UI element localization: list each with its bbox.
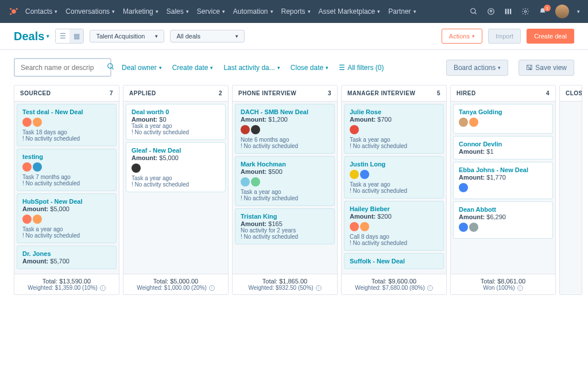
avatar-icon	[131, 164, 141, 173]
deal-card[interactable]: Tristan KingAmount: $165No activity for …	[235, 208, 335, 244]
deal-title: HubSpot - New Deal	[22, 198, 111, 205]
deal-card[interactable]: Tanya Golding	[453, 104, 553, 134]
deal-meta: Task a year ago	[350, 181, 438, 188]
create-deal-button[interactable]: Create deal	[527, 29, 574, 44]
deal-filter-select[interactable]: All deals▾	[170, 30, 245, 42]
deal-card[interactable]: Julie RoseAmount: $700Task a year ago! N…	[344, 104, 444, 154]
svg-point-3	[10, 13, 11, 15]
search-input[interactable]	[21, 64, 107, 72]
avatar-icon	[459, 183, 468, 192]
deal-card[interactable]: HubSpot - New DealAmount: $5,000Task a y…	[17, 193, 117, 243]
nav-item-asset-marketplace[interactable]: Asset Marketplace ▾	[319, 7, 381, 15]
deal-title: Test deal - New Deal	[22, 108, 111, 115]
card-list: Tanya GoldingConnor DevlinAmount: $1Ebba…	[451, 102, 555, 274]
deal-card[interactable]: Connor DevlinAmount: $1	[453, 136, 553, 160]
column-manager-interview: MANAGER INTERVIEW5Julie RoseAmount: $700…	[341, 85, 447, 295]
marketplace-icon[interactable]	[504, 7, 513, 16]
deal-avatars	[241, 125, 329, 134]
deal-avatars	[350, 222, 438, 231]
deal-meta: Task a year ago	[22, 226, 111, 232]
svg-point-2	[10, 8, 11, 10]
card-list: Deal worth 0Amount: $0Task a year ago! N…	[123, 102, 228, 274]
pipeline-select-label: Talent Acquisition	[96, 33, 145, 40]
deal-owner-filter[interactable]: Deal owner▾	[122, 64, 162, 72]
info-icon[interactable]: i	[517, 285, 523, 291]
deal-warning: ! No activity scheduled	[350, 240, 438, 246]
page-title[interactable]: Deals ▾	[14, 30, 49, 43]
deal-title: testing	[22, 153, 111, 160]
close-date-filter[interactable]: Close date▾	[291, 64, 328, 72]
avatar-icon	[22, 162, 32, 172]
deal-amount: Amount: $1,200	[241, 116, 329, 123]
view-toggle: ☰ ▦	[55, 29, 84, 44]
deal-avatars	[131, 164, 220, 173]
search-icon[interactable]	[469, 7, 478, 16]
filter-bar: Deal owner▾ Create date▾ Last activity d…	[0, 50, 588, 85]
deal-title: Ebba Johns - New Deal	[459, 166, 547, 173]
board-wrap: SOURCED7Test deal - New DealTask 18 days…	[0, 85, 588, 318]
nav-item-contacts[interactable]: Contacts ▾	[25, 7, 57, 15]
deal-card[interactable]: DACH - SMB New DealAmount: $1,200Note 6 …	[235, 104, 335, 154]
search-icon[interactable]	[107, 63, 115, 72]
deal-amount: Amount: $5,000	[131, 154, 220, 161]
deal-card[interactable]: Dean AbbottAmount: $6,290	[453, 201, 553, 239]
notifications-icon[interactable]: 1	[538, 7, 547, 16]
deal-avatars	[22, 162, 111, 172]
deal-card[interactable]: Suffolk - New Deal	[344, 253, 444, 269]
deal-title: Mark Hochman	[241, 161, 329, 168]
deal-card[interactable]: Gleaf - New DealAmount: $5,000Task a yea…	[126, 142, 226, 192]
avatar-icon	[241, 177, 250, 186]
info-icon[interactable]: i	[209, 285, 215, 291]
create-date-filter[interactable]: Create date▾	[172, 64, 214, 72]
avatar-icon	[350, 125, 359, 134]
deal-title: Suffolk - New Deal	[350, 258, 438, 265]
deal-card[interactable]: Dr. JonesAmount: $5,700	[17, 246, 117, 269]
svg-rect-9	[508, 9, 509, 14]
deal-title: Connor Devlin	[459, 141, 547, 147]
user-avatar[interactable]	[555, 5, 569, 18]
import-button[interactable]: Import	[488, 29, 521, 44]
card-list: Julie RoseAmount: $700Task a year ago! N…	[342, 102, 446, 274]
deal-card[interactable]: testingTask 7 months ago! No activity sc…	[17, 149, 117, 191]
deal-meta: Task 18 days ago	[22, 129, 111, 135]
column-header: HIRED4	[451, 85, 555, 102]
info-icon[interactable]: i	[316, 285, 322, 291]
deal-card[interactable]: Test deal - New DealTask 18 days ago! No…	[17, 104, 117, 146]
hubspot-logo-icon[interactable]	[8, 6, 20, 17]
last-activity-filter[interactable]: Last activity da...▾	[223, 64, 280, 72]
nav-item-marketing[interactable]: Marketing ▾	[123, 7, 158, 15]
column-footer: Total: $9,600.00Weighted: $7,680.00 (80%…	[342, 274, 446, 294]
deal-card[interactable]: Justin LongTask a year ago! No activity …	[344, 156, 444, 199]
nav-item-sales[interactable]: Sales ▾	[167, 7, 189, 15]
deal-card[interactable]: Hailey BieberAmount: $200Call 8 days ago…	[344, 201, 444, 251]
save-view-button[interactable]: 🖫 Save view	[519, 60, 574, 76]
nav-item-partner[interactable]: Partner ▾	[388, 7, 416, 15]
nav-item-reports[interactable]: Reports ▾	[281, 7, 311, 15]
deal-title: Gleaf - New Deal	[131, 147, 220, 154]
avatar-icon	[350, 222, 359, 231]
chevron-down-icon[interactable]: ▾	[577, 9, 580, 14]
deal-card[interactable]: Mark HochmanAmount: $500Task a year ago!…	[235, 156, 335, 206]
deal-warning: ! No activity scheduled	[241, 143, 329, 149]
deal-card[interactable]: Ebba Johns - New DealAmount: $1,770	[453, 162, 553, 199]
board-actions-button[interactable]: Board actions▾	[446, 60, 508, 76]
deal-warning: ! No activity scheduled	[131, 181, 220, 188]
upgrade-icon[interactable]	[486, 7, 496, 16]
top-nav: Contacts ▾Conversations ▾Marketing ▾Sale…	[0, 0, 588, 23]
nav-item-service[interactable]: Service ▾	[197, 7, 225, 15]
info-icon[interactable]: i	[100, 285, 106, 291]
all-filters-button[interactable]: ☰ All filters (0)	[339, 64, 384, 72]
actions-button[interactable]: Actions▾	[442, 29, 482, 44]
pipeline-select[interactable]: Talent Acquisition▾	[90, 30, 164, 42]
deal-avatars	[350, 125, 438, 134]
nav-item-conversations[interactable]: Conversations ▾	[65, 7, 115, 15]
deal-card[interactable]: Deal worth 0Amount: $0Task a year ago! N…	[126, 104, 226, 140]
nav-item-automation[interactable]: Automation ▾	[233, 7, 273, 15]
avatar-icon	[22, 215, 32, 224]
settings-icon[interactable]	[521, 7, 530, 16]
board-view-button[interactable]: ▦	[69, 29, 83, 43]
list-view-button[interactable]: ☰	[56, 29, 69, 43]
nav-icons: 1 ▾	[469, 5, 580, 18]
deal-avatars	[22, 215, 111, 224]
info-icon[interactable]: i	[427, 285, 433, 291]
